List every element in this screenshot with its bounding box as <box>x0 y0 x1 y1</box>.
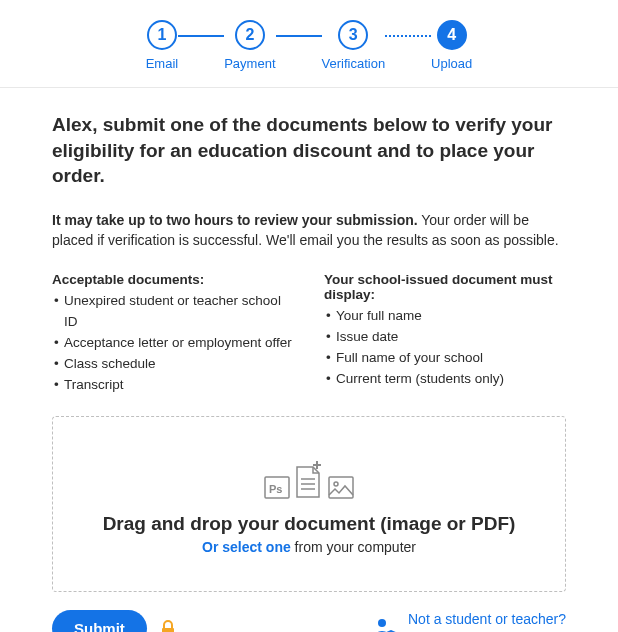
footer-right: Not a student or teacher? Switch to regu… <box>370 610 566 632</box>
list-item: Issue date <box>324 327 566 348</box>
student-icon <box>370 615 398 632</box>
notice-bold: It may take up to two hours to review yo… <box>52 212 418 228</box>
switch-line1: Not a student or teacher? <box>408 610 566 629</box>
svg-rect-9 <box>162 628 174 632</box>
switch-pricing-text: Not a student or teacher? Switch to regu… <box>408 610 566 632</box>
list-item: Acceptance letter or employment offer <box>52 333 294 354</box>
column-title: Acceptable documents: <box>52 272 294 287</box>
stepper: 1 Email 2 Payment 3 Verification 4 Uploa… <box>0 0 618 88</box>
list-item: Current term (students only) <box>324 369 566 390</box>
main-content: Alex, submit one of the documents below … <box>0 88 618 632</box>
step-upload[interactable]: 4 Upload <box>431 20 472 71</box>
step-payment[interactable]: 2 Payment <box>224 20 275 71</box>
step-connector <box>385 35 431 37</box>
ps-file-icon: Ps <box>264 473 290 499</box>
document-plus-icon <box>294 461 324 499</box>
step-label: Upload <box>431 56 472 71</box>
step-email[interactable]: 1 Email <box>146 20 179 71</box>
requirements-list: Your full name Issue date Full name of y… <box>324 306 566 390</box>
step-label: Verification <box>322 56 386 71</box>
column-title: Your school-issued document must display… <box>324 272 566 302</box>
select-file-link[interactable]: Or select one <box>202 539 291 555</box>
step-connector <box>178 35 224 37</box>
dropzone-subtitle: Or select one from your computer <box>73 539 545 555</box>
list-item: Your full name <box>324 306 566 327</box>
page-title: Alex, submit one of the documents below … <box>52 112 566 189</box>
svg-point-8 <box>334 482 338 486</box>
list-item: Class schedule <box>52 354 294 375</box>
upload-icons-group: Ps <box>264 461 354 499</box>
lock-icon <box>161 620 175 632</box>
list-item: Transcript <box>52 375 294 396</box>
step-number: 2 <box>235 20 265 50</box>
step-number: 3 <box>338 20 368 50</box>
svg-text:Ps: Ps <box>269 483 282 495</box>
requirements-columns: Acceptable documents: Unexpired student … <box>52 272 566 396</box>
step-number: 4 <box>437 20 467 50</box>
list-item: Full name of your school <box>324 348 566 369</box>
review-notice: It may take up to two hours to review yo… <box>52 211 566 250</box>
footer-row: Submit Not a student or teacher? Switch … <box>52 610 566 632</box>
image-file-icon <box>328 473 354 499</box>
acceptable-documents-column: Acceptable documents: Unexpired student … <box>52 272 294 396</box>
requirements-column: Your school-issued document must display… <box>324 272 566 396</box>
list-item: Unexpired student or teacher school ID <box>52 291 294 333</box>
dropzone-title: Drag and drop your document (image or PD… <box>73 513 545 535</box>
step-connector <box>276 35 322 37</box>
acceptable-list: Unexpired student or teacher school ID A… <box>52 291 294 396</box>
step-verification[interactable]: 3 Verification <box>322 20 386 71</box>
step-label: Payment <box>224 56 275 71</box>
step-label: Email <box>146 56 179 71</box>
svg-rect-7 <box>329 477 353 498</box>
step-number: 1 <box>147 20 177 50</box>
file-dropzone[interactable]: Ps Drag and drop your document (image or… <box>52 416 566 592</box>
submit-button[interactable]: Submit <box>52 610 147 632</box>
dropzone-rest: from your computer <box>291 539 416 555</box>
footer-left: Submit <box>52 610 175 632</box>
switch-pricing-link[interactable]: Switch to regular pricing. <box>408 629 566 632</box>
svg-point-10 <box>378 619 386 627</box>
